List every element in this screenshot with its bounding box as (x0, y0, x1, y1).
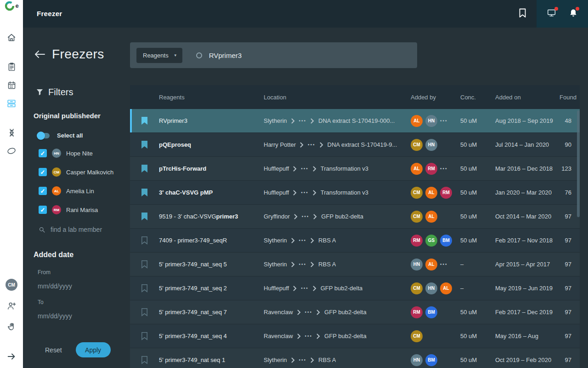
table-scrollbar[interactable] (577, 110, 580, 217)
reagent-name[interactable]: 5' primer3-749_nat_seq 5 (159, 261, 264, 268)
protocols-icon[interactable] (5, 60, 18, 73)
breadcrumb-ellipsis[interactable]: ••• (301, 286, 309, 291)
table-row[interactable]: pQEproseqHarry Potter•••DNA extract S-17… (130, 133, 580, 157)
toggle-track[interactable] (38, 133, 50, 138)
bookmark-icon[interactable] (141, 164, 148, 173)
member-checkbox[interactable]: ✓ (39, 206, 47, 214)
table-row[interactable]: 9519 - 3' chaC-VSVGprimer3Gryffindor•••G… (130, 205, 580, 229)
bookmark-icon[interactable] (141, 356, 148, 364)
bookmark-icon[interactable] (141, 212, 148, 221)
location-root[interactable]: Slytherin (264, 237, 287, 244)
devices-icon[interactable] (547, 8, 557, 20)
reset-button[interactable]: Reset (45, 346, 62, 354)
reagent-name[interactable]: 9519 - 3' chaC-VSVGprimer3 (159, 213, 264, 220)
notifications-bell-icon[interactable] (569, 8, 578, 20)
category-select[interactable]: Reagents ▼ (136, 48, 182, 63)
breadcrumb-ellipsis[interactable]: ••• (305, 334, 313, 339)
header-location[interactable]: Location (264, 94, 411, 101)
table-row[interactable]: 5' primer3-749_nat_seq 7Ravenclaw•••GFP … (130, 300, 580, 324)
reagent-name[interactable]: 5' primer3-749_nat_seq 4 (159, 333, 264, 339)
location-root[interactable]: Ravenclaw (264, 333, 293, 339)
search-bar[interactable]: Reagents ▼ RVprimer3 (130, 42, 417, 68)
more-avatars[interactable]: ••• (440, 262, 448, 267)
breadcrumb-ellipsis[interactable]: ••• (305, 310, 313, 315)
location-leaf[interactable]: DNA extract S-170419-9... (328, 141, 397, 148)
header-reagents[interactable]: Reagents (159, 94, 264, 101)
breadcrumb-ellipsis[interactable]: ••• (301, 166, 309, 171)
back-button[interactable] (34, 50, 45, 59)
expand-sidebar-icon[interactable] (5, 350, 18, 363)
bookmark-icon[interactable] (141, 116, 148, 125)
app-logo[interactable]: e (4, 0, 18, 12)
location-root[interactable]: Hufflepuff (264, 165, 289, 172)
member-filter-row[interactable]: ✓HNHope Nite (39, 149, 130, 158)
dna-icon[interactable] (5, 126, 18, 139)
user-avatar[interactable]: CM (6, 279, 17, 291)
location-root[interactable]: Hufflepuff (264, 285, 289, 292)
more-avatars[interactable]: ••• (440, 118, 448, 123)
breadcrumb-ellipsis[interactable]: ••• (308, 142, 316, 147)
location-leaf[interactable]: DNA extract S-170419-000... (318, 117, 395, 124)
breadcrumb-ellipsis[interactable]: ••• (299, 357, 307, 362)
table-row[interactable]: 5' primer3-749_nat_seq 2Hufflepuff•••GFP… (130, 276, 580, 300)
bookmarks-nav-icon[interactable] (519, 8, 526, 20)
breadcrumb-ellipsis[interactable]: ••• (299, 118, 307, 123)
location-root[interactable]: Slytherin (264, 117, 287, 124)
header-added-by[interactable]: Added by (411, 94, 460, 101)
header-conc[interactable]: Conc. (460, 94, 495, 101)
table-row[interactable]: 7409 - primer3-749_seqRSlytherin•••RBS A… (130, 229, 580, 253)
reagent-name[interactable]: 3' chaC-VSVG pMP (159, 189, 264, 196)
calendar-icon[interactable] (5, 79, 18, 92)
location-root[interactable]: Slytherin (264, 356, 287, 363)
search-query-text[interactable]: RVprimer3 (209, 52, 242, 59)
reagent-name[interactable]: 5' primer3-749_nat_seq 2 (159, 285, 264, 292)
location-leaf[interactable]: RBS A (318, 356, 336, 363)
reagent-name[interactable]: 5' primer3-749_nat seq 1 (159, 356, 264, 363)
date-to-input[interactable] (38, 312, 107, 320)
home-icon[interactable] (5, 31, 18, 44)
location-leaf[interactable]: RBS A (318, 261, 336, 268)
table-row[interactable]: 5' primer3-749_nat seq 1Slytherin•••RBS … (130, 348, 580, 368)
table-row[interactable]: 5' primer3-749_nat_seq 5Slytherin•••RBS … (130, 253, 580, 276)
date-from-input[interactable] (38, 282, 107, 290)
member-filter-row[interactable]: ✓ALAmelia Lin (39, 186, 130, 196)
location-root[interactable]: Gryffindor (264, 213, 290, 220)
breadcrumb-ellipsis[interactable]: ••• (302, 214, 310, 219)
location-leaf[interactable]: GFP bub2-delta (324, 309, 367, 316)
table-row[interactable]: 5' primer3-749_nat_seq 4Ravenclaw•••GFP … (130, 324, 580, 348)
breadcrumb-ellipsis[interactable]: ••• (299, 238, 307, 243)
bookmark-icon[interactable] (141, 284, 148, 293)
reagent-name[interactable]: pTrcHis-Forward (159, 165, 264, 172)
location-leaf[interactable]: GFP bub2-delta (321, 285, 363, 292)
bookmark-icon[interactable] (141, 140, 148, 149)
reagent-name[interactable]: pQEproseq (159, 141, 264, 148)
reagent-name[interactable]: RVprimer3 (159, 117, 264, 124)
bookmark-icon[interactable] (141, 308, 148, 316)
breadcrumb-ellipsis[interactable]: ••• (299, 262, 307, 267)
member-search[interactable] (39, 226, 130, 233)
add-member-icon[interactable] (5, 299, 18, 312)
header-found[interactable]: Found (560, 94, 585, 101)
location-leaf[interactable]: Transformation v3 (321, 189, 368, 196)
location-leaf[interactable]: GFP bub2-delta (321, 213, 363, 220)
storage-freezer-icon[interactable] (5, 97, 18, 110)
location-root[interactable]: Ravenclaw (264, 309, 293, 316)
member-checkbox[interactable]: ✓ (39, 149, 47, 157)
location-root[interactable]: Hufflepuff (264, 189, 289, 196)
header-added-on[interactable]: Added on (495, 94, 560, 101)
location-leaf[interactable]: Transformation v3 (321, 165, 368, 172)
location-leaf[interactable]: GFP bub2-delta (324, 333, 367, 339)
member-search-input[interactable] (51, 226, 119, 233)
bookmark-icon[interactable] (141, 236, 148, 245)
more-avatars[interactable]: ••• (440, 166, 448, 171)
reagent-name[interactable]: 5' primer3-749_nat_seq 7 (159, 309, 264, 316)
member-filter-row[interactable]: ✓RMRani Marisa (39, 205, 130, 214)
reagent-name[interactable]: 7409 - primer3-749_seqR (159, 237, 264, 244)
table-row[interactable]: 3' chaC-VSVG pMPHufflepuff•••Transformat… (130, 181, 580, 205)
table-row[interactable]: RVprimer3Slytherin•••DNA extract S-17041… (130, 109, 580, 133)
bookmark-icon[interactable] (141, 332, 148, 340)
location-leaf[interactable]: RBS A (318, 237, 336, 244)
member-filter-row[interactable]: ✓CMCasper Malkovich (39, 167, 130, 177)
bookmark-icon[interactable] (141, 188, 148, 197)
table-row[interactable]: pTrcHis-ForwardHufflepuff•••Transformati… (130, 157, 580, 181)
